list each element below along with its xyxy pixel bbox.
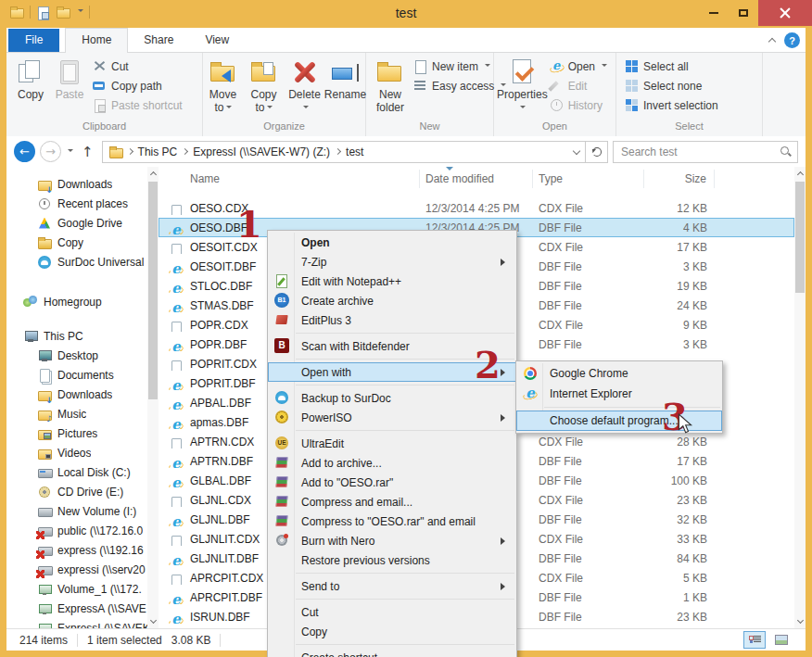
scroll-down-button[interactable] bbox=[794, 615, 806, 628]
column-header-date-modified[interactable]: Date modified bbox=[420, 170, 533, 188]
context-menu-item-label: Burn with Nero bbox=[301, 535, 374, 548]
ie-icon: e bbox=[169, 457, 184, 468]
address-dropdown-icon[interactable] bbox=[573, 146, 580, 154]
breadcrumb-test[interactable]: test bbox=[346, 145, 363, 158]
open-with-submenu-item-internet-explorer[interactable]: eInternet Explorer bbox=[516, 384, 722, 404]
search-input[interactable] bbox=[619, 145, 780, 159]
file-list-scrollbar[interactable] bbox=[794, 167, 806, 628]
thumbnails-view-button[interactable] bbox=[770, 631, 793, 649]
context-menu-item-burn-with-nero[interactable]: Burn with Nero bbox=[268, 531, 516, 550]
sidebar-item-copy[interactable]: Copy bbox=[6, 233, 147, 252]
context-menu-item-label: Cut bbox=[301, 606, 319, 619]
help-button[interactable]: ? bbox=[784, 32, 800, 48]
sidebar-item-videos[interactable]: Videos bbox=[6, 443, 147, 462]
forward-button[interactable]: → bbox=[40, 141, 61, 162]
sidebar-item-expressi-serv20[interactable]: expressi (\\serv20 bbox=[6, 560, 147, 579]
select-all-button[interactable]: Select all bbox=[621, 57, 722, 76]
copy-button[interactable]: Copy bbox=[11, 56, 50, 103]
context-menu-item-add-to-oeso-rar[interactable]: Add to "OESO.rar" bbox=[268, 473, 516, 492]
maximize-button[interactable] bbox=[729, 0, 758, 26]
context-menu-item-compress-to-oeso-rar-and-email[interactable]: Compress to "OESO.rar" and email bbox=[268, 512, 516, 531]
tab-home[interactable]: Home bbox=[65, 28, 128, 53]
breadcrumb-this-pc[interactable]: This PC bbox=[138, 145, 178, 158]
column-header-size[interactable]: Size bbox=[644, 170, 715, 188]
back-button[interactable]: ← bbox=[14, 141, 35, 162]
context-menu-item-cut[interactable]: Cut bbox=[268, 602, 516, 622]
sidebar-item-local-disk-c[interactable]: Local Disk (C:) bbox=[6, 462, 147, 482]
minimize-button[interactable] bbox=[699, 0, 729, 26]
context-menu-item-ultraedit[interactable]: UEUltraEdit bbox=[268, 434, 516, 453]
context-menu-item-create-shortcut[interactable]: Create shortcut bbox=[268, 648, 516, 657]
context-menu-item-edit-with-notepad[interactable]: Edit with Notepad++ bbox=[268, 272, 516, 291]
cut-button[interactable]: Cut bbox=[89, 57, 186, 76]
recent-locations-chevron-icon[interactable] bbox=[68, 149, 73, 155]
context-menu-item-add-to-archive[interactable]: Add to archive... bbox=[268, 453, 516, 473]
context-menu-item-editplus-3[interactable]: EditPlus 3 bbox=[268, 310, 516, 330]
sidebar-item-pictures[interactable]: Pictures bbox=[6, 423, 147, 443]
context-menu-item-copy[interactable]: Copy bbox=[268, 622, 516, 641]
refresh-button[interactable] bbox=[586, 141, 608, 163]
tab-share[interactable]: Share bbox=[128, 29, 189, 52]
scrollbar-thumb[interactable] bbox=[148, 182, 158, 399]
context-menu-item-backup-to-surdoc[interactable]: Backup to SurDoc bbox=[268, 388, 516, 408]
search-box[interactable] bbox=[613, 141, 798, 163]
sidebar-item-recent-places[interactable]: Recent places bbox=[6, 194, 147, 213]
sidebar-item-documents[interactable]: Documents bbox=[6, 365, 147, 385]
up-button[interactable]: ↑ bbox=[78, 144, 97, 160]
open-button[interactable]: eOpen bbox=[546, 57, 611, 76]
sidebar-item-new-volume-i[interactable]: New Volume (I:) bbox=[6, 501, 147, 521]
context-menu-item-compress-and-email[interactable]: Compress and email... bbox=[268, 492, 516, 512]
context-menu-item-poweriso[interactable]: PowerISO bbox=[268, 408, 516, 427]
context-menu-item-open[interactable]: Open bbox=[268, 233, 516, 252]
sidebar-item-volume-1-172[interactable]: Volume_1 (\\172. bbox=[6, 579, 147, 599]
scroll-up-button[interactable] bbox=[147, 167, 159, 180]
sidebar-item-expressa-save[interactable]: ExpressA (\\SAVE bbox=[6, 599, 147, 618]
rename-button[interactable]: Rename bbox=[326, 56, 365, 103]
sidebar-item-express-192-16[interactable]: express (\\192.16 bbox=[6, 540, 147, 560]
column-header-name[interactable]: Name bbox=[159, 170, 420, 188]
open-with-submenu-item-google-chrome[interactable]: Google Chrome bbox=[516, 363, 722, 384]
tab-view[interactable]: View bbox=[189, 29, 245, 52]
copy-path-button[interactable]: Copy path bbox=[89, 76, 186, 95]
context-menu-item-7-zip[interactable]: 7-Zip bbox=[268, 252, 516, 272]
scroll-up-button[interactable] bbox=[794, 167, 806, 180]
group-label-clipboard: Clipboard bbox=[6, 120, 202, 136]
sidebar-item-this-pc[interactable]: This PC bbox=[6, 326, 147, 346]
context-menu-item-create-archive[interactable]: B1Create archive bbox=[268, 291, 516, 310]
sidebar-item-downloads[interactable]: Downloads bbox=[6, 385, 147, 404]
context-menu-separator bbox=[296, 599, 514, 600]
sidebar-item-google-drive[interactable]: Google Drive bbox=[6, 213, 147, 233]
delete-button[interactable]: Delete bbox=[285, 56, 324, 116]
ie-icon: e bbox=[169, 418, 184, 429]
sidebar-item-desktop[interactable]: Desktop bbox=[6, 346, 147, 365]
sidebar-scrollbar[interactable] bbox=[147, 167, 159, 628]
close-button[interactable] bbox=[758, 0, 812, 26]
details-view-button[interactable] bbox=[743, 631, 766, 649]
refresh-icon bbox=[592, 147, 602, 157]
breadcrumb-drive[interactable]: ExpressI (\\SAVEK-W7) (Z:) bbox=[193, 145, 330, 158]
sidebar-item-music[interactable]: Music bbox=[6, 404, 147, 423]
delete-icon bbox=[289, 57, 321, 88]
scrollbar-thumb[interactable] bbox=[795, 182, 805, 293]
properties-button[interactable]: Properties bbox=[499, 56, 546, 116]
new-folder-button[interactable]: New folder bbox=[371, 56, 410, 116]
breadcrumb[interactable]: This PC ExpressI (\\SAVEK-W7) (Z:) test bbox=[102, 141, 586, 163]
scroll-down-button[interactable] bbox=[147, 615, 159, 628]
context-menu-item-restore-previous-versions[interactable]: Restore previous versions bbox=[268, 550, 516, 570]
select-none-button[interactable]: Select none bbox=[621, 76, 722, 95]
group-label-organize: Organize bbox=[203, 120, 365, 136]
invert-selection-button[interactable]: Invert selection bbox=[621, 95, 722, 115]
sidebar-item-surdoc-universal[interactable]: SurDoc Universal bbox=[6, 252, 147, 272]
sidebar-item-public-172-16-0[interactable]: public (\\172.16.0 bbox=[6, 521, 147, 540]
sidebar-item-downloads[interactable]: Downloads bbox=[6, 174, 147, 194]
sidebar-item-homegroup[interactable]: Homegroup bbox=[6, 292, 147, 311]
sidebar-item-cd-drive-e[interactable]: CD Drive (E:) bbox=[6, 482, 147, 501]
context-menu-item-send-to[interactable]: Send to bbox=[268, 576, 516, 596]
ribbon-collapse-icon[interactable] bbox=[768, 38, 776, 45]
ie-icon: e bbox=[169, 593, 184, 604]
tab-file[interactable]: File bbox=[8, 29, 59, 52]
copy-to-button[interactable]: Copy to bbox=[245, 56, 284, 116]
column-header-type[interactable]: Type bbox=[533, 170, 644, 188]
sidebar-item-expressi-savek[interactable]: ExpressI (\\SAVEK bbox=[6, 618, 147, 628]
move-to-button[interactable]: Move to bbox=[204, 56, 243, 116]
